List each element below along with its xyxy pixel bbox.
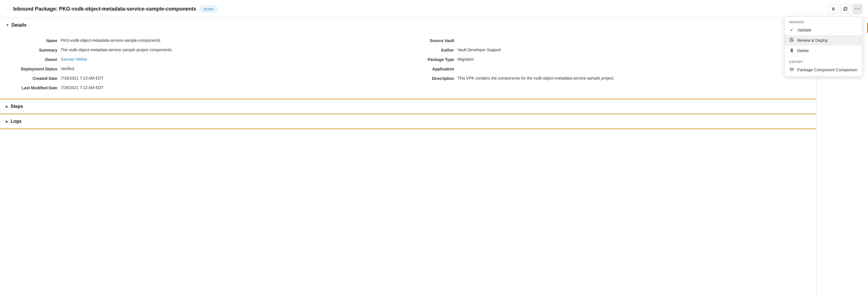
details-section-header[interactable]: ▼ Details (0, 18, 816, 32)
delete-menu-label: Delete (797, 48, 809, 53)
field-last-modified-date: Last Modified Date 7/16/2021 7:13 AM EDT (11, 85, 408, 90)
source-vault-label: Source Vault (408, 38, 454, 43)
details-section: ▼ Details Name PKG-vsdk-object-metadata-… (0, 18, 816, 99)
menu-divider (785, 57, 862, 57)
svg-point-2 (856, 9, 856, 9)
author-value: Vault Developer Support (458, 47, 805, 52)
page-title: Inbound Package: PKG-vsdk-object-metadat… (13, 6, 196, 12)
validate-label: Validate (797, 28, 812, 32)
summary-label: Summary (11, 47, 57, 53)
package-type-label: Package Type (408, 57, 454, 62)
field-deployment-status: Deployment Status Verified (11, 66, 408, 71)
validate-menu-item[interactable]: ✓ Validate (785, 25, 862, 35)
logs-section: ▶ Logs (0, 114, 816, 129)
steps-section-title: Steps (10, 104, 23, 109)
steps-section-header[interactable]: ▶ Steps (0, 99, 816, 114)
export-section-label: EXPORT (785, 58, 862, 65)
deployment-status-value: Verified (61, 66, 408, 71)
package-comparison-label: Package Component Comparison (797, 68, 858, 72)
star-icon[interactable]: ☆ (6, 6, 10, 12)
details-section-title: Details (11, 23, 26, 28)
description-label: Description (408, 76, 454, 81)
last-modified-date-value: 7/16/2021 7:13 AM EDT (61, 85, 408, 90)
review-deploy-icon (789, 38, 795, 43)
package-comparison-icon (789, 67, 795, 72)
field-application: Application (408, 66, 805, 71)
author-label: Author (408, 47, 454, 53)
description-value: This VPK contains the components for the… (458, 76, 805, 80)
details-toggle-icon: ▼ (6, 23, 9, 27)
name-value: PKG-vsdk-object-metadata-service-sample-… (61, 38, 408, 43)
field-created-date: Created Date 7/16/2021 7:13 AM EDT (11, 76, 408, 81)
review-deploy-menu-item[interactable]: Review & Deploy (785, 35, 862, 45)
name-label: Name (11, 38, 57, 43)
last-modified-date-label: Last Modified Date (11, 85, 57, 90)
dropdown-menu: MANAGE ✓ Validate Review & Deploy (784, 16, 862, 77)
owner-label: Owner (11, 57, 57, 62)
details-content: Name PKG-vsdk-object-metadata-service-sa… (0, 32, 816, 99)
logs-section-header[interactable]: ▶ Logs (0, 114, 816, 129)
details-left-col: Name PKG-vsdk-object-metadata-service-sa… (11, 38, 408, 90)
delete-menu-item[interactable]: Delete (785, 45, 862, 56)
steps-section: ▶ Steps (0, 99, 816, 114)
svg-point-3 (857, 9, 858, 9)
logs-toggle-icon: ▶ (6, 120, 8, 123)
created-date-value: 7/16/2021 7:13 AM EDT (61, 76, 408, 80)
left-content: ▼ Details Name PKG-vsdk-object-metadata-… (0, 18, 816, 300)
field-name: Name PKG-vsdk-object-metadata-service-sa… (11, 38, 408, 43)
summary-value: The vsdk-object-metadata-service-sample … (61, 47, 408, 52)
clone-button[interactable] (840, 4, 850, 14)
field-summary: Summary The vsdk-object-metadata-service… (11, 47, 408, 53)
delete-button[interactable] (829, 4, 838, 14)
header-actions (829, 4, 862, 14)
main-layout: ▼ Details Name PKG-vsdk-object-metadata-… (0, 18, 868, 300)
package-type-value: Migration (458, 57, 805, 62)
svg-point-4 (859, 9, 860, 9)
field-owner: Owner Sameer Mehta (11, 57, 408, 62)
field-author: Author Vault Developer Support (408, 47, 805, 53)
field-description: Description This VPK contains the compon… (408, 76, 805, 81)
application-label: Application (408, 66, 454, 71)
details-right-col: Source Vault Author Vault Developer Supp… (408, 38, 805, 90)
delete-menu-icon (789, 48, 795, 53)
status-badge: Active (200, 6, 217, 12)
field-source-vault: Source Vault (408, 38, 805, 43)
page-header: ☆ Inbound Package: PKG-vsdk-object-metad… (0, 0, 868, 18)
package-comparison-menu-item[interactable]: Package Component Comparison (785, 65, 862, 75)
deployment-status-label: Deployment Status (11, 66, 57, 71)
created-date-label: Created Date (11, 76, 57, 81)
validate-icon: ✓ (789, 28, 795, 33)
steps-toggle-icon: ▶ (6, 104, 8, 108)
logs-section-title: Logs (10, 119, 22, 124)
owner-value[interactable]: Sameer Mehta (61, 57, 408, 62)
manage-section-label: MANAGE (785, 19, 862, 25)
review-deploy-label: Review & Deploy (797, 38, 828, 43)
more-actions-button[interactable] (852, 4, 862, 14)
field-package-type: Package Type Migration (408, 57, 805, 62)
